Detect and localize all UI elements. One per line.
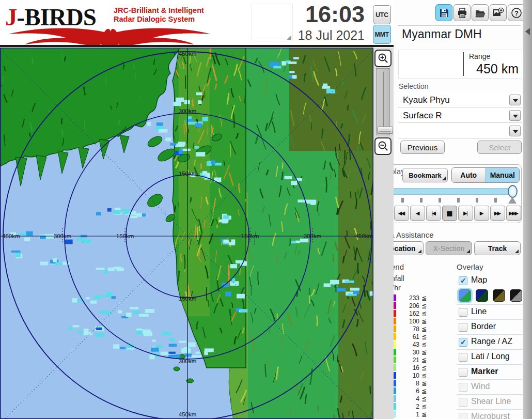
auto-button[interactable]: Auto [452, 168, 486, 182]
wind-checkbox [459, 383, 467, 392]
help-button[interactable]: ? [508, 4, 525, 21]
map-style-swatch-1[interactable] [459, 289, 471, 302]
legend-value: 78 [397, 325, 419, 333]
zoom-out-button[interactable] [374, 137, 392, 155]
previous-button[interactable]: Previous [400, 141, 445, 154]
shear-line-checkbox [459, 398, 467, 407]
logo-tagline: JRC-Brilliant & Intelligent Radar Dialog… [114, 6, 204, 24]
step-forward-button[interactable]: ▶| [458, 206, 473, 221]
slider-tick [476, 198, 478, 203]
site-dropdown[interactable]: Kyauk Phyu [398, 93, 522, 107]
play-button[interactable]: ▶ [474, 206, 489, 221]
radar-map-canvas[interactable]: 450km 300km 150km 150km 300km 450km 450k… [0, 48, 373, 419]
clock-time: 16:03 [287, 1, 365, 28]
legend-lte-symbol: ≦ [421, 364, 427, 371]
border-checkbox[interactable] [459, 323, 467, 332]
range-divider [463, 52, 464, 76]
legend-lte-symbol: ≦ [421, 380, 427, 387]
legend-lte-symbol: ≦ [421, 372, 427, 379]
overlay-row-microburst: Microburst [457, 409, 523, 419]
zoom-in-button[interactable] [374, 50, 392, 67]
overlay-row-shear-line: Shear Line [457, 394, 523, 409]
product-dropdown[interactable]: Surface R [398, 108, 522, 123]
slider-tick [439, 198, 441, 203]
print-button[interactable] [453, 4, 471, 21]
product-dropdown-value: Surface R [403, 111, 442, 121]
radar-map[interactable]: 450km 300km 150km 150km 300km 450km 450k… [0, 48, 373, 419]
selection-label: Selection [399, 82, 429, 90]
map-style-swatch-2[interactable] [476, 289, 488, 302]
save-button[interactable] [435, 4, 452, 21]
legend-lte-symbol: ≦ [421, 349, 427, 356]
zoom-out-icon [378, 141, 389, 152]
slider-end-marker[interactable] [508, 197, 517, 204]
add-view-icon [493, 7, 504, 18]
menu-corner-icon [442, 177, 446, 180]
legend-lte-symbol: ≦ [421, 333, 427, 340]
legend-lte-symbol: ≦ [421, 294, 427, 302]
select-button[interactable]: Select [477, 141, 522, 154]
replay-group: Replay Bookmark Auto Manual ◀◀◀ [377, 164, 522, 223]
range-az-checkbox[interactable] [459, 338, 467, 347]
legend-lte-symbol: ≦ [421, 411, 427, 418]
legend-value: 61 [397, 333, 419, 340]
replay-slider-track[interactable] [383, 188, 515, 195]
product-dropdown-arrow-icon[interactable] [509, 110, 521, 121]
overlay-row-lati-long: Lati / Long [457, 349, 523, 364]
legend-value: 1 [397, 411, 419, 418]
legend-value: 4 [397, 395, 419, 402]
legend-lte-symbol: ≦ [421, 403, 427, 410]
open-file-button[interactable] [472, 4, 489, 21]
map-style-swatch-3[interactable] [493, 289, 505, 302]
legend-value: 30 [397, 349, 419, 356]
legend-value: 100 [397, 318, 419, 325]
map-checkbox[interactable] [459, 276, 467, 285]
panel-collapse-strip[interactable] [523, 0, 532, 419]
legend-lte-symbol: ≦ [421, 318, 427, 325]
jbirds-logo: J-BIRDS JRC-Brilliant & Intelligent Rada… [5, 2, 217, 45]
legend-value: 233 [397, 294, 419, 302]
legend-lte-symbol: ≦ [421, 325, 427, 333]
svg-text:450km: 450km [179, 51, 197, 57]
save-icon [439, 8, 449, 18]
overlay-title: Overlay [457, 262, 483, 271]
line-checkbox[interactable] [459, 308, 467, 317]
mmt-button[interactable]: MMT [373, 25, 391, 44]
marker-checkbox[interactable] [459, 368, 467, 377]
bookmark-button[interactable]: Bookmark [402, 168, 448, 182]
forward-button[interactable]: ▶▶ [490, 206, 505, 221]
slider-tick [494, 198, 497, 203]
lati-long-checkbox[interactable] [459, 353, 467, 362]
replay-slider-handle[interactable] [508, 185, 518, 198]
extra-dropdown-arrow-icon[interactable] [509, 126, 521, 136]
stop-button[interactable]: ■ [442, 206, 457, 221]
svg-text:300km: 300km [54, 233, 72, 239]
map-style-swatch-4[interactable] [510, 289, 522, 302]
play-back-button[interactable]: ◀ [410, 206, 425, 221]
xsection-button[interactable]: X-Section [426, 241, 472, 255]
manual-button[interactable]: Manual [486, 168, 520, 182]
step-back-button[interactable]: |◀ [426, 206, 441, 221]
legend-value: 2 [397, 403, 419, 410]
svg-text:150km: 150km [179, 170, 197, 177]
map-style-row [457, 288, 523, 304]
track-button[interactable]: Track [474, 241, 521, 255]
jbirds-app: J-BIRDS JRC-Brilliant & Intelligent Rada… [0, 0, 532, 419]
site-dropdown-value: Kyauk Phyu [403, 95, 450, 105]
overlay-row-marker: Marker [457, 364, 523, 379]
forward-fast-button[interactable]: ▶▶▶ [506, 206, 521, 221]
site-dropdown-arrow-icon[interactable] [509, 95, 521, 105]
rewind-button[interactable]: ◀◀ [394, 206, 409, 221]
legend-lte-symbol: ≦ [421, 310, 427, 317]
collapse-arrow-icon[interactable] [525, 28, 530, 35]
svg-text:300km: 300km [304, 233, 322, 239]
legend-lte-symbol: ≦ [421, 356, 427, 364]
map-zoom-handle[interactable] [377, 127, 393, 134]
utc-button[interactable]: UTC [373, 5, 391, 24]
extra-dropdown[interactable] [398, 124, 522, 138]
add-view-button[interactable] [490, 4, 507, 21]
map-zoom-slider[interactable] [376, 68, 390, 135]
legend-value: 8 [397, 380, 419, 387]
station-title: Myanmar DMH [402, 27, 482, 41]
clock-date: 18 Jul 2021 [279, 28, 365, 43]
